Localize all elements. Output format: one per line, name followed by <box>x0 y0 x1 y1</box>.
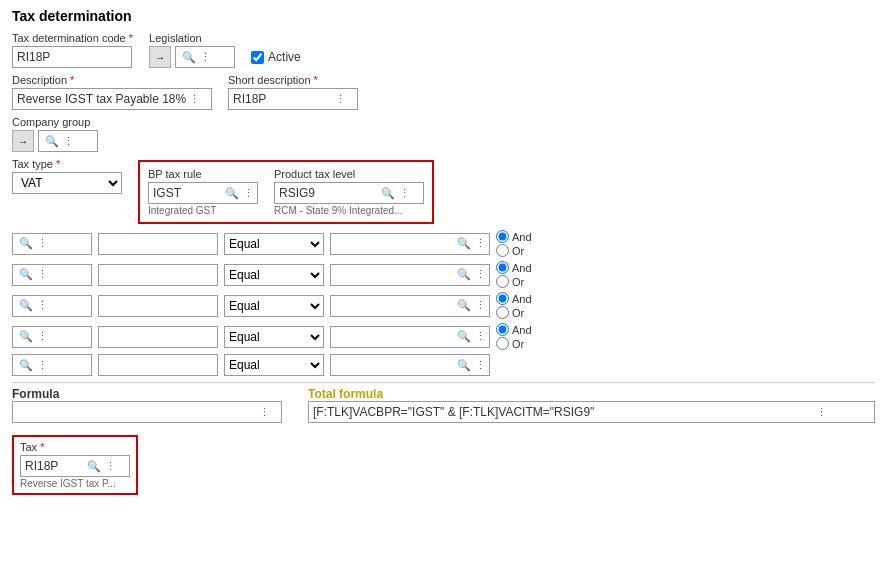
cond4-and-radio[interactable] <box>496 323 509 336</box>
cond2-and-radio[interactable] <box>496 261 509 274</box>
cond2-operand2-input[interactable] <box>335 268 455 282</box>
cond2-field1-wrap[interactable]: 🔍 ⋮ <box>12 264 92 286</box>
cond3-operator-select[interactable]: EqualNot Equal <box>224 295 324 317</box>
cond5-operand2-wrap[interactable]: 🔍 ⋮ <box>330 354 490 376</box>
formula-input[interactable] <box>17 405 257 419</box>
cond2-operator-select[interactable]: EqualNot Equal <box>224 264 324 286</box>
cond5-operator-select[interactable]: EqualNot Equal <box>224 354 324 376</box>
cond1-more-icon[interactable]: ⋮ <box>35 237 50 250</box>
cond3-search-icon[interactable]: 🔍 <box>17 299 35 312</box>
cond4-operator-select[interactable]: EqualNot Equal <box>224 326 324 348</box>
cond3-operand2-wrap[interactable]: 🔍 ⋮ <box>330 295 490 317</box>
legislation-search-icon[interactable]: 🔍 <box>180 51 198 64</box>
cond3-and-radio[interactable] <box>496 292 509 305</box>
product-tax-level-input-wrap[interactable]: 🔍 ⋮ <box>274 182 424 204</box>
bp-tax-rule-search-icon[interactable]: 🔍 <box>223 187 241 200</box>
cond3-operand2-input[interactable] <box>335 299 455 313</box>
cond2-search-icon[interactable]: 🔍 <box>17 268 35 281</box>
conditions-area: 🔍 ⋮ EqualNot Equal 🔍 ⋮ And Or 🔍 <box>12 230 875 376</box>
short-desc-input-wrap[interactable]: ⋮ <box>228 88 358 110</box>
condition-row-3: 🔍 ⋮ EqualNot Equal 🔍 ⋮ And Or <box>12 292 875 319</box>
company-group-input-wrap[interactable]: 🔍 ⋮ <box>38 130 98 152</box>
cond5-more-icon[interactable]: ⋮ <box>35 359 50 372</box>
cond2-op2-search-icon[interactable]: 🔍 <box>455 268 473 281</box>
cond1-operand2-input[interactable] <box>335 237 455 251</box>
company-group-wrap: → 🔍 ⋮ <box>12 130 98 152</box>
company-group-more-icon[interactable]: ⋮ <box>61 135 76 148</box>
tax-input[interactable] <box>25 459 85 473</box>
cond3-op2-more-icon[interactable]: ⋮ <box>473 299 488 312</box>
cond5-op2-more-icon[interactable]: ⋮ <box>473 359 488 372</box>
cond2-operand1-input[interactable] <box>103 268 213 282</box>
tax-search-icon[interactable]: 🔍 <box>85 460 103 473</box>
legislation-group: Legislation → 🔍 ⋮ <box>149 32 235 68</box>
bp-tax-rule-input-wrap[interactable]: 🔍 ⋮ <box>148 182 258 204</box>
short-desc-more-icon[interactable]: ⋮ <box>333 93 348 106</box>
cond2-operand2-wrap[interactable]: 🔍 ⋮ <box>330 264 490 286</box>
bp-tax-rule-more-icon[interactable]: ⋮ <box>241 187 256 200</box>
cond4-more-icon[interactable]: ⋮ <box>35 330 50 343</box>
cond2-op2-more-icon[interactable]: ⋮ <box>473 268 488 281</box>
total-formula-input[interactable] <box>313 405 814 419</box>
formula-label: Formula <box>12 387 292 401</box>
tax-det-code-input-wrap[interactable] <box>12 46 132 68</box>
cond1-or-radio[interactable] <box>496 244 509 257</box>
cond5-operand1-wrap[interactable] <box>98 354 218 376</box>
cond4-or-radio[interactable] <box>496 337 509 350</box>
cond1-op2-more-icon[interactable]: ⋮ <box>473 237 488 250</box>
cond1-and-radio[interactable] <box>496 230 509 243</box>
cond3-field1-wrap[interactable]: 🔍 ⋮ <box>12 295 92 317</box>
cond2-more-icon[interactable]: ⋮ <box>35 268 50 281</box>
cond4-op2-more-icon[interactable]: ⋮ <box>473 330 488 343</box>
tax-det-code-input[interactable] <box>17 50 97 64</box>
company-group-search-icon[interactable]: 🔍 <box>43 135 61 148</box>
cond5-field1-wrap[interactable]: 🔍 ⋮ <box>12 354 92 376</box>
cond4-operand2-wrap[interactable]: 🔍 ⋮ <box>330 326 490 348</box>
total-formula-input-wrap[interactable]: ⋮ <box>308 401 875 423</box>
cond3-operand1-input[interactable] <box>103 299 213 313</box>
formula-more-icon[interactable]: ⋮ <box>257 406 272 419</box>
cond2-or-radio[interactable] <box>496 275 509 288</box>
cond1-field1-wrap[interactable]: 🔍 ⋮ <box>12 233 92 255</box>
cond4-operand2-input[interactable] <box>335 330 455 344</box>
cond4-op2-search-icon[interactable]: 🔍 <box>455 330 473 343</box>
tax-input-wrap[interactable]: 🔍 ⋮ <box>20 455 130 477</box>
legislation-input-wrap[interactable]: 🔍 ⋮ <box>175 46 235 68</box>
active-checkbox[interactable] <box>251 51 264 64</box>
total-formula-more-icon[interactable]: ⋮ <box>814 406 829 419</box>
legislation-arrow-btn[interactable]: → <box>149 46 171 68</box>
cond5-op2-search-icon[interactable]: 🔍 <box>455 359 473 372</box>
cond5-operand1-input[interactable] <box>103 358 213 372</box>
cond1-operand1-input[interactable] <box>103 237 213 251</box>
description-input[interactable] <box>17 92 187 106</box>
cond1-operand2-wrap[interactable]: 🔍 ⋮ <box>330 233 490 255</box>
cond3-operand1-wrap[interactable] <box>98 295 218 317</box>
cond4-operand1-input[interactable] <box>103 330 213 344</box>
cond3-or-radio[interactable] <box>496 306 509 319</box>
cond1-operator-select[interactable]: EqualNot Equal <box>224 233 324 255</box>
cond5-search-icon[interactable]: 🔍 <box>17 359 35 372</box>
product-tax-level-search-icon[interactable]: 🔍 <box>379 187 397 200</box>
cond1-op2-search-icon[interactable]: 🔍 <box>455 237 473 250</box>
product-tax-level-more-icon[interactable]: ⋮ <box>397 187 412 200</box>
cond4-operand1-wrap[interactable] <box>98 326 218 348</box>
cond2-operand1-wrap[interactable] <box>98 264 218 286</box>
short-desc-input[interactable] <box>233 92 333 106</box>
formula-input-wrap[interactable]: ⋮ <box>12 401 282 423</box>
cond3-more-icon[interactable]: ⋮ <box>35 299 50 312</box>
cond1-search-icon[interactable]: 🔍 <box>17 237 35 250</box>
product-tax-level-input[interactable] <box>279 186 379 200</box>
description-input-wrap[interactable]: ⋮ <box>12 88 212 110</box>
legislation-more-icon[interactable]: ⋮ <box>198 51 213 64</box>
tax-more-icon[interactable]: ⋮ <box>103 460 118 473</box>
cond3-op2-search-icon[interactable]: 🔍 <box>455 299 473 312</box>
cond1-operand1-wrap[interactable] <box>98 233 218 255</box>
company-group-arrow-btn[interactable]: → <box>12 130 34 152</box>
cond4-search-icon[interactable]: 🔍 <box>17 330 35 343</box>
cond4-field1-wrap[interactable]: 🔍 ⋮ <box>12 326 92 348</box>
active-checkbox-label[interactable]: Active <box>251 50 301 64</box>
bp-tax-rule-input[interactable] <box>153 186 223 200</box>
description-more-icon[interactable]: ⋮ <box>187 93 202 106</box>
tax-type-select[interactable]: VAT GST Other <box>12 172 122 194</box>
cond5-operand2-input[interactable] <box>335 358 455 372</box>
